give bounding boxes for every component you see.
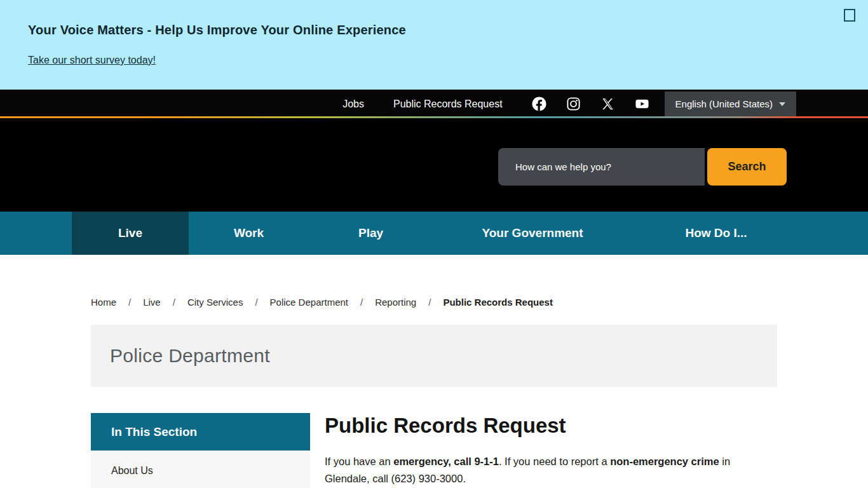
- paragraph-segment-bold: non-emergency crime: [610, 456, 719, 467]
- content-columns: In This Section About Us Public Records …: [91, 413, 777, 488]
- breadcrumb: Home / Live / City Services / Police Dep…: [91, 255, 777, 308]
- survey-banner: Your Voice Matters - Help Us Improve You…: [0, 0, 868, 90]
- instagram-icon[interactable]: [566, 97, 581, 111]
- breadcrumb-separator: /: [128, 297, 131, 308]
- breadcrumb-live[interactable]: Live: [143, 297, 161, 308]
- department-banner: Police Department: [91, 325, 777, 387]
- utility-bar: Jobs Public Records Request English (Uni…: [0, 90, 868, 118]
- search-input[interactable]: [498, 148, 705, 186]
- department-banner-title: Police Department: [110, 345, 270, 367]
- nav-item-how-do-i[interactable]: How Do I...: [632, 212, 800, 255]
- nav-item-your-government[interactable]: Your Government: [433, 212, 632, 255]
- sidebar-list: About Us: [91, 451, 310, 488]
- utility-link-jobs[interactable]: Jobs: [342, 98, 364, 110]
- main-nav-items: Live Work Play Your Government How Do I.…: [72, 212, 868, 255]
- breadcrumb-current: Public Records Request: [443, 297, 553, 308]
- breadcrumb-reporting[interactable]: Reporting: [375, 297, 416, 308]
- breadcrumb-police-department[interactable]: Police Department: [270, 297, 348, 308]
- survey-link[interactable]: Take our short survey today!: [28, 55, 156, 66]
- nav-item-play[interactable]: Play: [309, 212, 433, 255]
- nav-item-work[interactable]: Work: [189, 212, 309, 255]
- search-button[interactable]: Search: [707, 148, 787, 186]
- language-selector[interactable]: English (United States): [665, 92, 796, 116]
- survey-banner-title: Your Voice Matters - Help Us Improve You…: [28, 23, 868, 37]
- youtube-icon[interactable]: [635, 97, 649, 111]
- language-selector-value: English (United States): [675, 98, 773, 109]
- close-square-icon[interactable]: [844, 9, 855, 22]
- site-search: Search: [498, 148, 787, 186]
- article: Public Records Request If you have an em…: [325, 413, 777, 487]
- breadcrumb-separator: /: [428, 297, 431, 308]
- section-sidebar: In This Section About Us: [91, 413, 310, 488]
- sidebar-header: In This Section: [91, 413, 310, 451]
- facebook-icon[interactable]: [532, 97, 546, 111]
- social-icons: [532, 97, 649, 111]
- paragraph-segment: If you have an: [325, 456, 393, 467]
- page-content: Home / Live / City Services / Police Dep…: [91, 255, 777, 488]
- page-title: Public Records Request: [325, 413, 777, 438]
- site-header: Search: [0, 118, 868, 212]
- utility-link-public-records-request[interactable]: Public Records Request: [393, 98, 503, 110]
- sidebar-item-about-us[interactable]: About Us: [91, 451, 310, 488]
- main-nav: Live Work Play Your Government How Do I.…: [0, 212, 868, 255]
- breadcrumb-separator: /: [173, 297, 175, 308]
- chevron-down-icon: [779, 102, 785, 106]
- paragraph-segment: . If you need to report a: [499, 456, 610, 467]
- paragraph-segment-bold: emergency, call 9-1-1: [393, 456, 499, 467]
- intro-paragraph: If you have an emergency, call 9-1-1. If…: [325, 453, 770, 487]
- breadcrumb-home[interactable]: Home: [91, 297, 116, 308]
- breadcrumb-city-services[interactable]: City Services: [187, 297, 243, 308]
- breadcrumb-separator: /: [255, 297, 257, 308]
- breadcrumb-separator: /: [360, 297, 363, 308]
- x-twitter-icon[interactable]: [600, 97, 615, 111]
- nav-item-live[interactable]: Live: [72, 212, 189, 255]
